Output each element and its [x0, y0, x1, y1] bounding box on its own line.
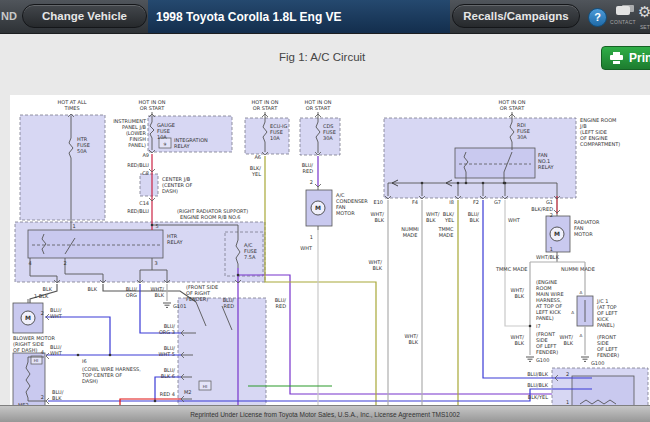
diagram-label: WHT: [50, 313, 63, 319]
diagram-label: G101: [173, 303, 186, 309]
junction-dot: [237, 274, 240, 277]
diagram-label: WHT 5: [158, 351, 175, 357]
diagram-label: RED 4: [160, 391, 175, 397]
motor-label: M: [315, 204, 321, 211]
diagram-label: DASH): [162, 188, 178, 194]
speech-bubble-icon: [616, 6, 630, 15]
diagram-label: 4: [28, 260, 31, 266]
diagram-label: WHT: [508, 217, 521, 223]
contact-label: CONTACT: [608, 19, 638, 25]
diagram-label: F4: [412, 199, 418, 205]
diagram-label: G1: [546, 199, 553, 205]
diagram-label: ENGINE ROOM R/B NO.6: [180, 214, 240, 220]
diagram-label: RELAY: [538, 164, 555, 170]
diagram-label: A9: [142, 152, 149, 158]
diagram-label: I6: [82, 358, 87, 364]
junction-dot: [151, 224, 154, 227]
diagram-box: [300, 118, 340, 155]
diagram-label: BLK: [43, 286, 53, 292]
diagram-label: OR START: [140, 105, 165, 111]
diagram-label: 10A: [157, 134, 167, 140]
diagram-box: [28, 230, 163, 258]
vehicle-title-strip: 1998 Toyota Corolla 1.8L Eng VE: [148, 0, 450, 33]
printer-icon: [610, 52, 623, 64]
diagram-label: BLK: [515, 293, 525, 299]
junction-dot: [457, 182, 460, 185]
diagram-label: G100: [536, 357, 549, 363]
diagram-label: BLK: [564, 340, 574, 346]
diagram-label: 50A: [77, 148, 87, 154]
junction-dot: [77, 354, 80, 357]
app-header: ND Change Vehicle 1998 Toyota Corolla 1.…: [0, 0, 650, 34]
diagram-label: 1: [72, 223, 75, 229]
diagram-label: DASH): [82, 378, 98, 384]
diagram-label: BLK: [155, 292, 165, 298]
diagram-label: 3: [154, 260, 157, 266]
license-bar: Reprinted Under License from Toyota Moto…: [0, 405, 650, 422]
diagram-label: PANEL): [536, 315, 554, 321]
diagram-label: F2: [473, 199, 479, 205]
diagram-label: BLK: [515, 340, 525, 346]
print-button[interactable]: Print: [601, 46, 650, 70]
diagram-label: BLK: [373, 265, 383, 271]
diagram-label: 1 BLK: [34, 293, 49, 299]
diagram-box: [572, 376, 634, 406]
print-label: Print: [629, 51, 650, 65]
header-left-fragment: ND: [1, 10, 17, 22]
diagram-label: OR START: [306, 105, 331, 111]
diagram-label: MOTOR: [336, 210, 355, 216]
diagram-label: TIMES: [63, 105, 79, 111]
wiring-diagram: MMMHOT AT ALLTIMESHOT IN ONOR STARTHOT I…: [0, 0, 650, 422]
diagram-label: FENDER): [186, 296, 208, 302]
diagram-label: 1: [550, 246, 553, 252]
diagram-label: RELAY: [174, 143, 191, 149]
junction-dot: [482, 182, 485, 185]
diagram-label: ORG 3: [159, 329, 175, 335]
diagram-label: WHT: [300, 245, 313, 251]
diagram-label: 1: [310, 234, 313, 240]
settings-gear-icon[interactable]: ⚙: [638, 3, 650, 21]
diagram-label: 2: [566, 371, 569, 377]
motor-label: M: [554, 230, 560, 237]
diagram-label: BLK: [88, 286, 98, 292]
diagram-label: 10A: [270, 135, 280, 141]
diagram-label: WHT: [50, 350, 63, 356]
figure-title: Fig 1: A/C Circuit: [279, 51, 365, 63]
diagram-label: YEL: [444, 217, 454, 223]
diagram-label: BLU/BLK: [527, 382, 549, 388]
diagram-label: BLK 6: [161, 373, 175, 379]
diagram-box: [140, 174, 158, 196]
contact-button[interactable]: CONTACT: [608, 6, 638, 25]
diagram-label: FENDER): [536, 349, 558, 355]
diagram-label: BLK/YEL: [528, 394, 548, 400]
diagram-label: I8: [449, 199, 454, 205]
diagram-label: 5: [155, 223, 158, 229]
diagram-label: BLK: [375, 217, 385, 223]
diagram-box: [20, 115, 105, 220]
diagram-label: NUMMI MADE: [561, 266, 595, 272]
diagram-label: MADE: [403, 232, 418, 238]
diagram-label: OR START: [500, 105, 525, 111]
diagram-label: E10: [373, 199, 383, 205]
diagram-label: COMPARTMENT): [580, 141, 620, 147]
diagram-label: MADE: [439, 232, 454, 238]
diagram-label: I7: [536, 323, 541, 329]
diagram-label: YEL: [251, 171, 261, 177]
diagram-label: OR START: [253, 105, 278, 111]
diagram-label: RELAY: [167, 239, 184, 245]
diagram-label: PANEL): [597, 322, 615, 328]
junction-dot: [421, 182, 424, 185]
diagram-label: WHT/BLK: [536, 254, 560, 260]
change-vehicle-button[interactable]: Change Vehicle: [22, 4, 147, 28]
help-icon[interactable]: ?: [588, 8, 607, 27]
vehicle-title: 1998 Toyota Corolla 1.8L Eng VE: [148, 10, 342, 24]
junction-dot: [503, 182, 506, 185]
recalls-campaigns-button[interactable]: Recalls/Campaigns: [452, 4, 580, 28]
diagram-label: RED: [276, 303, 287, 309]
diagram-label: C14: [139, 200, 149, 206]
diagram-label: M2: [184, 389, 192, 395]
motor-label: M: [25, 314, 31, 321]
diagram-label: TMMC MADE: [495, 266, 528, 272]
diagram-label: 2: [310, 179, 313, 185]
diagram-label: MOTOR: [574, 231, 593, 237]
